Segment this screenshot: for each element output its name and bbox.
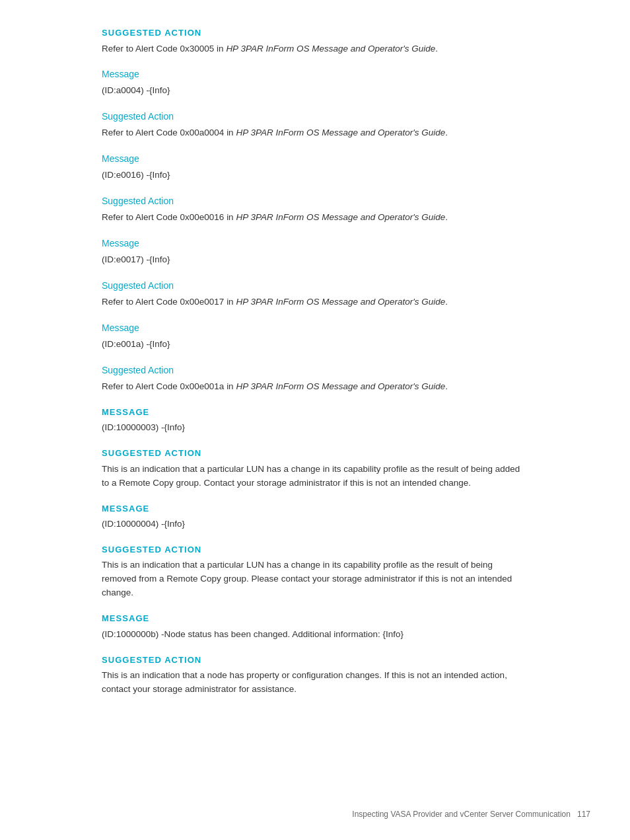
body-text-13: This is an indication that a particular …	[102, 558, 528, 600]
suggested-action-label-1: SUGGESTED ACTION	[102, 26, 528, 40]
section-15: SUGGESTED ACTION This is an indication t…	[102, 654, 528, 697]
body-text-1-italic: HP 3PAR InForm OS Message and Operator's…	[226, 44, 435, 54]
suggested-action-label-15: SUGGESTED ACTION	[102, 654, 528, 667]
section-9: Suggested Action Refer to Alert Code 0x0…	[102, 363, 528, 394]
section-4: Message (ID:e0016) -{Info}	[102, 152, 528, 182]
message-text-6: (ID:e0017) -{Info}	[102, 253, 528, 267]
section-1: SUGGESTED ACTION Refer to Alert Code 0x3…	[102, 26, 528, 56]
suggested-action-label-13: SUGGESTED ACTION	[102, 543, 528, 556]
message-text-2: (ID:a0004) -{Info}	[102, 84, 528, 98]
section-12: MESSAGE (ID:10000004) -{Info}	[102, 502, 528, 531]
section-13: SUGGESTED ACTION This is an indication t…	[102, 543, 528, 600]
page: SUGGESTED ACTION Refer to Alert Code 0x3…	[0, 0, 630, 840]
body-text-5-italic: HP 3PAR InForm OS Message and Operator's…	[236, 212, 445, 222]
section-11: SUGGESTED ACTION This is an indication t…	[102, 447, 528, 490]
message-label-2: Message	[102, 67, 528, 81]
section-6: Message (ID:e0017) -{Info}	[102, 237, 528, 267]
body-text-7-prefix: Refer to Alert Code 0x00e0017 in	[102, 297, 236, 307]
suggested-action-label-9: Suggested Action	[102, 363, 528, 377]
body-text-3-prefix: Refer to Alert Code 0x00a0004 in	[102, 128, 236, 137]
suggested-action-label-5: Suggested Action	[102, 194, 528, 208]
body-text-7-suffix: .	[445, 297, 448, 307]
suggested-action-label-11: SUGGESTED ACTION	[102, 447, 528, 460]
message-text-14: (ID:1000000b) -Node status has been chan…	[102, 628, 528, 642]
message-text-12: (ID:10000004) -{Info}	[102, 517, 528, 531]
body-text-11: This is an indication that a particular …	[102, 463, 528, 490]
body-text-9-suffix: .	[445, 381, 448, 391]
message-label-8: Message	[102, 321, 528, 335]
message-text-8: (ID:e001a) -{Info}	[102, 338, 528, 352]
section-8: Message (ID:e001a) -{Info}	[102, 321, 528, 352]
body-text-3-suffix: .	[445, 128, 448, 137]
message-text-4: (ID:e0016) -{Info}	[102, 169, 528, 182]
message-label-6: Message	[102, 237, 528, 250]
body-text-7-italic: HP 3PAR InForm OS Message and Operator's…	[236, 297, 445, 307]
body-text-3-italic: HP 3PAR InForm OS Message and Operator's…	[236, 128, 445, 137]
message-label-10: MESSAGE	[102, 406, 528, 419]
body-text-5-suffix: .	[445, 212, 448, 222]
body-text-1-prefix: Refer to Alert Code 0x30005 in	[102, 44, 226, 54]
section-3: Suggested Action Refer to Alert Code 0x0…	[102, 110, 528, 140]
section-7: Suggested Action Refer to Alert Code 0x0…	[102, 279, 528, 309]
section-5: Suggested Action Refer to Alert Code 0x0…	[102, 194, 528, 225]
footer-page-number: 117	[577, 810, 590, 819]
body-text-1-suffix: .	[435, 44, 438, 54]
section-2: Message (ID:a0004) -{Info}	[102, 67, 528, 98]
body-text-9-italic: HP 3PAR InForm OS Message and Operator's…	[236, 381, 445, 391]
message-label-14: MESSAGE	[102, 612, 528, 625]
suggested-action-label-7: Suggested Action	[102, 279, 528, 293]
footer-text: Inspecting VASA Provider and vCenter Ser…	[352, 810, 571, 819]
section-14: MESSAGE (ID:1000000b) -Node status has b…	[102, 612, 528, 641]
body-text-15: This is an indication that a node has pr…	[102, 669, 528, 697]
body-text-5-prefix: Refer to Alert Code 0x00e0016 in	[102, 212, 236, 222]
message-label-4: Message	[102, 152, 528, 166]
body-text-7: Refer to Alert Code 0x00e0017 in HP 3PAR…	[102, 295, 528, 309]
body-text-9-prefix: Refer to Alert Code 0x00e001a in	[102, 381, 236, 391]
body-text-3: Refer to Alert Code 0x00a0004 in HP 3PAR…	[102, 126, 528, 140]
message-text-10: (ID:10000003) -{Info}	[102, 421, 528, 435]
footer: Inspecting VASA Provider and vCenter Ser…	[352, 808, 590, 820]
body-text-1: Refer to Alert Code 0x30005 in HP 3PAR I…	[102, 42, 528, 56]
section-10: MESSAGE (ID:10000003) -{Info}	[102, 406, 528, 435]
body-text-9: Refer to Alert Code 0x00e001a in HP 3PAR…	[102, 380, 528, 394]
message-label-12: MESSAGE	[102, 502, 528, 515]
body-text-5: Refer to Alert Code 0x00e0016 in HP 3PAR…	[102, 211, 528, 225]
suggested-action-label-3: Suggested Action	[102, 110, 528, 124]
